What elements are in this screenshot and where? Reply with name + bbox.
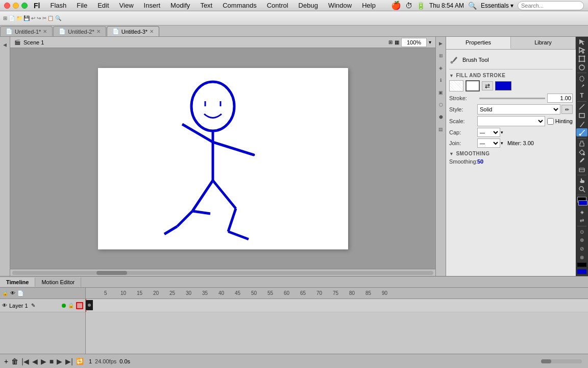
- timeline-tab[interactable]: Timeline: [0, 278, 35, 287]
- layer-options-icon[interactable]: 📄: [17, 290, 23, 296]
- menu-file[interactable]: File: [72, 1, 91, 10]
- stroke-icon[interactable]: [465, 80, 480, 91]
- ink-bottle-tool[interactable]: [576, 140, 587, 148]
- menu-modify[interactable]: Modify: [166, 1, 194, 10]
- lasso-tool[interactable]: [576, 75, 587, 83]
- step-forward-btn[interactable]: ▶: [57, 357, 62, 365]
- join-select[interactable]: — Round Bevel: [477, 139, 500, 148]
- black-swatch[interactable]: [577, 263, 586, 267]
- motion-editor-tab[interactable]: Motion Editor: [35, 278, 81, 287]
- eraser-tool[interactable]: [576, 165, 587, 173]
- join-dropdown-icon[interactable]: ▾: [501, 141, 503, 146]
- tab-untitled2[interactable]: 📄 Untitled-2* ✕: [53, 26, 106, 36]
- zoom-tool[interactable]: [576, 185, 587, 193]
- play-btn[interactable]: ▶: [41, 357, 46, 365]
- rect-tool[interactable]: [576, 111, 587, 120]
- brush-tool[interactable]: [576, 128, 587, 136]
- close-button[interactable]: [4, 3, 10, 9]
- line-tool[interactable]: [576, 103, 587, 111]
- timeline-hscroll-thumb[interactable]: [541, 359, 551, 363]
- 3d-rotation-tool[interactable]: [576, 63, 587, 72]
- menu-view[interactable]: View: [115, 1, 138, 10]
- text-tool[interactable]: T: [576, 91, 587, 100]
- swap-icon[interactable]: ⇄: [482, 81, 493, 90]
- smoothing-section-header[interactable]: ▼ SMOOTHING: [449, 151, 573, 156]
- prop-tab-properties[interactable]: Properties: [446, 37, 511, 49]
- tab-untitled1[interactable]: 📄 Untitled-1* ✕: [0, 26, 53, 36]
- right-icon-6[interactable]: ⬡: [435, 99, 447, 110]
- fill-stroke-section-header[interactable]: ▼ FILL AND STROKE: [449, 73, 573, 78]
- menu-edit[interactable]: Edit: [93, 1, 113, 10]
- blue-swatch[interactable]: [577, 269, 586, 274]
- menu-flash[interactable]: Flash: [46, 1, 70, 10]
- arrow-tool[interactable]: [576, 38, 587, 46]
- hand-tool[interactable]: [576, 176, 587, 185]
- keyframe-1[interactable]: [86, 300, 93, 310]
- timeline-hscroll[interactable]: [541, 359, 582, 363]
- style-options-icon[interactable]: ✏: [561, 105, 573, 114]
- menu-insert[interactable]: Insert: [140, 1, 165, 10]
- zoom-input[interactable]: [401, 38, 427, 47]
- hscroll-track[interactable]: [12, 271, 433, 275]
- delete-frame-btn[interactable]: 🗑: [11, 357, 18, 365]
- go-to-last-btn[interactable]: ▶|: [65, 357, 73, 365]
- add-layer-btn[interactable]: +: [4, 357, 8, 365]
- option-4[interactable]: ⊗: [576, 253, 587, 261]
- pen-tool[interactable]: [576, 83, 587, 91]
- maximize-button[interactable]: [21, 3, 28, 9]
- minimize-button[interactable]: [13, 3, 19, 9]
- menu-control[interactable]: Control: [263, 1, 292, 10]
- track-area-1[interactable]: [86, 299, 588, 312]
- right-icon-7[interactable]: ⬢: [435, 111, 447, 123]
- right-icon-1[interactable]: ▶: [435, 38, 447, 49]
- stroke-input[interactable]: [547, 94, 573, 103]
- fill-color-swatch[interactable]: [495, 81, 511, 90]
- go-to-first-btn[interactable]: |◀: [21, 357, 29, 365]
- new-layer-icon[interactable]: 🔒: [2, 290, 8, 296]
- paint-bucket-tool[interactable]: [576, 148, 587, 156]
- hinting-checkbox[interactable]: [547, 118, 554, 125]
- menu-window[interactable]: Window: [324, 1, 356, 10]
- style-select[interactable]: Solid Dashed Dotted: [477, 104, 560, 114]
- canvas-hscroll[interactable]: [10, 269, 435, 276]
- cap-dropdown-icon[interactable]: ▾: [501, 130, 503, 135]
- tab-untitled3[interactable]: 📄 Untitled-3* ✕: [107, 26, 159, 36]
- reset-colors-btn[interactable]: ◈: [576, 208, 587, 216]
- zoom-dropdown[interactable]: ▾: [429, 39, 431, 45]
- scale-select[interactable]: Normal Horizontal Vertical None: [477, 116, 545, 126]
- option-3[interactable]: ⊘: [576, 245, 587, 253]
- option-1[interactable]: ⊙: [576, 228, 587, 236]
- eyedropper-tool[interactable]: [576, 157, 587, 165]
- pencil-tool[interactable]: [576, 120, 587, 128]
- view-options-icon[interactable]: ⊞: [388, 39, 393, 45]
- menu-help[interactable]: Help: [358, 1, 380, 10]
- menu-debug[interactable]: Debug: [295, 1, 322, 10]
- stop-btn[interactable]: ■: [50, 357, 54, 365]
- layer-color-box[interactable]: [76, 302, 83, 309]
- tab-close-2[interactable]: ✕: [96, 29, 101, 34]
- option-2[interactable]: ⊕: [576, 236, 587, 244]
- prop-tab-library[interactable]: Library: [511, 37, 576, 49]
- layer-eye-icon[interactable]: 👁: [2, 303, 7, 308]
- search-input[interactable]: [518, 1, 584, 10]
- free-transform-tool[interactable]: [576, 55, 587, 63]
- fill-color-well[interactable]: [578, 200, 587, 206]
- subselect-tool[interactable]: [576, 47, 587, 55]
- menu-text[interactable]: Text: [196, 1, 216, 10]
- tab-close-1[interactable]: ✕: [43, 29, 47, 34]
- hscroll-thumb[interactable]: [96, 271, 127, 275]
- right-icon-4[interactable]: ℹ: [435, 75, 447, 86]
- layer-pencil-icon[interactable]: ✎: [31, 303, 35, 308]
- fill-icon[interactable]: [449, 80, 463, 91]
- layer-lock-icon[interactable]: 🔒: [68, 303, 74, 308]
- window-controls[interactable]: [4, 3, 28, 9]
- right-icon-3[interactable]: ◈: [435, 62, 447, 74]
- cap-select[interactable]: — Round Square: [477, 128, 500, 137]
- right-icon-5[interactable]: ▣: [435, 87, 447, 98]
- stroke-slider[interactable]: [479, 98, 545, 99]
- right-icon-8[interactable]: ▤: [435, 124, 447, 135]
- right-icon-2[interactable]: ⊞: [435, 50, 447, 61]
- menu-commands[interactable]: Commands: [218, 1, 260, 10]
- grid-icon[interactable]: ▦: [395, 39, 399, 45]
- step-back-btn[interactable]: ◀: [32, 357, 38, 365]
